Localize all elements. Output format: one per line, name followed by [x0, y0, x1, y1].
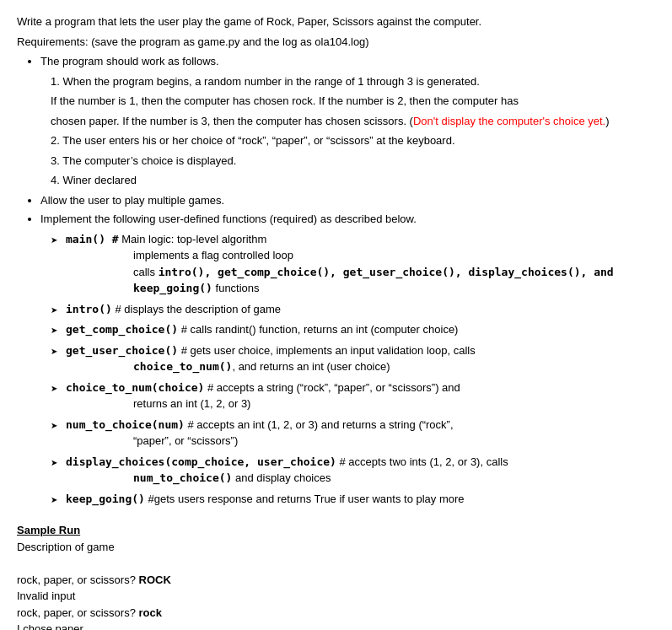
func5-desc: # accepts a string (“rock”, “paper”, or …	[207, 381, 460, 394]
func4-desc2: choice_to_num(), and returns an int (use…	[133, 358, 390, 375]
func1-desc4: keep_going() functions	[133, 280, 260, 297]
func4-item: get_user_choice() # gets user choice, im…	[51, 342, 655, 375]
func5-name: choice_to_num(choice)	[66, 381, 204, 394]
sample-run-section: Sample Run Description of game rock, pap…	[17, 522, 655, 630]
sample-line: Invalid input	[17, 588, 655, 605]
func2-name: intro()	[66, 303, 112, 315]
step1: 1. When the program begins, a random num…	[51, 73, 655, 90]
func5-item: choice_to_num(choice) # accepts a string…	[51, 380, 655, 412]
bullet2-text: Allow the user to play multiple games.	[40, 194, 224, 207]
func7-name: display_choices(comp_choice, user_choice…	[66, 455, 336, 468]
func1-desc3: calls intro(), get_comp_choice(), get_us…	[133, 264, 614, 281]
func6-desc2: “paper”, or “scissors”)	[133, 433, 238, 450]
main-content: Write a program that lets the user play …	[17, 13, 655, 630]
step1c-red: Don't display the computer's choice yet.	[413, 115, 605, 127]
requirements-list: The program should work as follows.	[40, 53, 655, 70]
bullet1-text: The program should work as follows.	[40, 55, 219, 67]
step1c-line: chosen paper. If the number is 3, then t…	[51, 113, 655, 130]
func1-desc1: Main logic: top-level algorithm	[121, 233, 266, 245]
bullet-1: The program should work as follows.	[40, 53, 655, 70]
sample-line: I chose paper	[17, 621, 655, 630]
step1b: If the number is 1, then the computer ha…	[51, 93, 655, 110]
steps-block: 1. When the program begins, a random num…	[51, 73, 655, 189]
step3: 3. The computer’s choice is displayed.	[51, 153, 655, 170]
func6-name: num_to_choice(num)	[66, 418, 185, 431]
sample-line	[17, 555, 655, 572]
func1-desc2: implements a flag controlled loop	[133, 247, 293, 264]
extra-bullets-list: Allow the user to play multiple games. I…	[40, 192, 655, 228]
func2-desc: # displays the description of game	[115, 303, 281, 315]
bullet-2: Allow the user to play multiple games.	[40, 192, 655, 209]
func8-name: keep_going()	[66, 493, 145, 505]
func8-desc: #gets users response and returns True if…	[148, 493, 465, 505]
func4-desc: # gets user choice, implements an input …	[181, 344, 476, 357]
func6-item: num_to_choice(num) # accepts an int (1, …	[51, 417, 655, 450]
func7-item: display_choices(comp_choice, user_choice…	[51, 454, 655, 487]
step1c-text: chosen paper. If the number is 3, then t…	[51, 115, 413, 127]
intro-line1: Write a program that lets the user play …	[17, 13, 655, 30]
func7-desc2: num_to_choice() and display choices	[133, 470, 331, 487]
sample-output: Description of game rock, paper, or scis…	[17, 539, 655, 631]
sample-run-title: Sample Run	[17, 522, 655, 539]
func5-desc2: returns an int (1, 2, or 3)	[133, 396, 250, 412]
func1-name: main() #	[66, 233, 119, 245]
functions-list: main() # Main logic: top-level algorithm…	[51, 231, 655, 508]
bullet-3: Implement the following user-defined fun…	[40, 211, 655, 228]
bullet3-text: Implement the following user-defined fun…	[40, 213, 417, 225]
func7-desc: # accepts two ints (1, 2, or 3), calls	[340, 455, 508, 468]
func6-desc: # accepts an int (1, 2, or 3) and return…	[188, 418, 454, 431]
sample-line: rock, paper, or scissors? ROCK	[17, 572, 655, 589]
func3-desc: # calls randint() function, returns an i…	[181, 323, 459, 336]
step1c-close: )	[605, 115, 609, 127]
func8-item: keep_going() #gets users response and re…	[51, 491, 655, 508]
func3-item: get_comp_choice() # calls randint() func…	[51, 321, 655, 338]
sample-line: rock, paper, or scissors? rock	[17, 605, 655, 622]
func3-name: get_comp_choice()	[66, 323, 178, 336]
sample-line: Description of game	[17, 539, 655, 556]
step2: 2. The user enters his or her choice of …	[51, 132, 655, 149]
func4-name: get_user_choice()	[66, 344, 178, 357]
intro-line2: Requirements: (save the program as game.…	[17, 34, 655, 51]
func1-item: main() # Main logic: top-level algorithm…	[51, 231, 655, 297]
step4: 4. Winer declared	[51, 172, 655, 189]
func2-item: intro() # displays the description of ga…	[51, 301, 655, 318]
